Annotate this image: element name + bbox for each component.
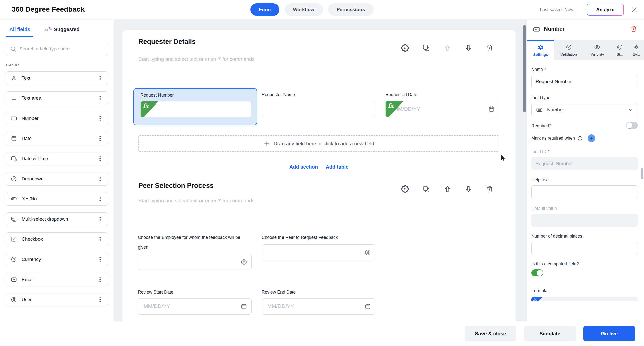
- user-picker-icon[interactable]: [364, 249, 371, 256]
- drag-handle-icon[interactable]: [97, 276, 103, 283]
- drag-handle-icon[interactable]: [97, 256, 103, 263]
- add-condition-button[interactable]: [588, 134, 595, 142]
- field-type-text[interactable]: Text: [6, 71, 108, 85]
- field-type-label: Email: [22, 277, 92, 282]
- field-peer[interactable]: Choose the Peer to Request Feedback: [262, 233, 375, 260]
- name-input[interactable]: [531, 75, 638, 88]
- review-end-input[interactable]: MM/DD/YY: [262, 298, 375, 315]
- search-input[interactable]: [19, 46, 104, 52]
- tab-all-fields[interactable]: All fields: [9, 26, 30, 37]
- tab-styling[interactable]: St...: [611, 40, 629, 60]
- field-request-number-selected[interactable]: Request Number fx: [133, 88, 257, 125]
- field-type-date[interactable]: Date: [6, 132, 108, 145]
- peer-user-input[interactable]: [262, 244, 375, 260]
- field-type-text-area[interactable]: Text area: [6, 91, 108, 105]
- app-header: 360 Degree Feedback Form Workflow Permis…: [0, 0, 644, 19]
- calendar-icon[interactable]: [240, 303, 247, 310]
- field-type-select[interactable]: Number: [531, 103, 638, 116]
- field-type-email[interactable]: Email: [6, 273, 108, 286]
- tab-suggested[interactable]: AI Suggested: [44, 26, 79, 37]
- section-delete-icon[interactable]: [486, 185, 494, 193]
- check-circle-icon: [566, 44, 572, 50]
- decimal-places-input[interactable]: [531, 242, 638, 255]
- canvas-scrollbar[interactable]: [523, 25, 526, 112]
- analyze-button[interactable]: Analyze: [587, 4, 624, 16]
- close-icon[interactable]: [630, 6, 638, 13]
- field-requested-date[interactable]: Requested Date MM/DD/YY fx: [385, 92, 499, 117]
- section2-description-placeholder[interactable]: Start typing and select text or enter '/…: [138, 198, 254, 204]
- drag-handle-icon[interactable]: [97, 236, 103, 243]
- tab-visibility[interactable]: Visibility: [584, 40, 611, 60]
- info-icon[interactable]: [577, 136, 583, 141]
- review-start-input[interactable]: MM/DD/YY: [138, 298, 252, 315]
- computed-field-toggle[interactable]: [531, 269, 543, 276]
- employee-user-input[interactable]: [138, 254, 252, 270]
- section-duplicate-icon[interactable]: [422, 44, 430, 52]
- drag-handle-icon[interactable]: [97, 95, 103, 101]
- help-text-input[interactable]: [531, 185, 638, 199]
- save-close-button[interactable]: Save & close: [465, 326, 516, 341]
- formula-input[interactable]: fx: [531, 297, 638, 301]
- tab-workflow[interactable]: Workflow: [285, 3, 323, 16]
- field-type-checkbox[interactable]: Checkbox: [6, 232, 108, 246]
- field-type-multi-select[interactable]: Multi-select dropdown: [6, 212, 108, 226]
- tab-permissions[interactable]: Permissions: [328, 3, 374, 16]
- text-icon: [11, 75, 17, 81]
- panel-scrollbar[interactable]: [641, 168, 643, 179]
- tab-validation[interactable]: Validation: [554, 40, 584, 60]
- field-type-dropdown[interactable]: Dropdown: [6, 172, 108, 186]
- drag-handle-icon[interactable]: [97, 75, 103, 81]
- chevron-down-icon: [628, 107, 634, 113]
- field-type-sidebar: All fields AI Suggested BASIC Text Text …: [0, 19, 114, 321]
- section-duplicate-icon[interactable]: [422, 185, 430, 193]
- field-review-start-date[interactable]: Review Start Date MM/DD/YY: [138, 290, 252, 315]
- formula-badge: fx: [141, 101, 162, 117]
- tab-settings[interactable]: Settings: [527, 40, 554, 60]
- field-employee[interactable]: Choose the Employee for whom the feedbac…: [138, 233, 252, 270]
- section-move-up-icon[interactable]: [443, 185, 451, 193]
- section-settings-icon[interactable]: [401, 44, 409, 52]
- requester-name-input[interactable]: [262, 101, 375, 117]
- field-search: [6, 42, 108, 56]
- drag-handle-icon[interactable]: [97, 115, 103, 122]
- field-label: Choose the Peer to Request Feedback: [262, 233, 375, 242]
- drag-handle-icon[interactable]: [97, 196, 103, 202]
- drag-handle-icon[interactable]: [97, 135, 103, 142]
- group-label-basic: BASIC: [6, 63, 108, 67]
- field-type-user[interactable]: User: [6, 293, 108, 306]
- calendar-icon[interactable]: [488, 106, 495, 113]
- tab-form[interactable]: Form: [250, 3, 279, 16]
- section-move-down-icon[interactable]: [464, 44, 472, 52]
- field-type-label: Number: [22, 116, 92, 121]
- section-title-requester-details[interactable]: Requester Details: [138, 38, 196, 46]
- section-title-peer-selection[interactable]: Peer Selection Process: [138, 182, 214, 190]
- add-section-link[interactable]: Add section: [289, 164, 318, 170]
- request-number-input[interactable]: fx: [140, 101, 251, 117]
- section-delete-icon[interactable]: [486, 44, 494, 52]
- drag-handle-icon[interactable]: [97, 296, 103, 303]
- requested-date-input[interactable]: MM/DD/YY fx: [385, 101, 499, 117]
- drag-handle-icon[interactable]: [97, 176, 103, 182]
- add-table-link[interactable]: Add table: [326, 164, 348, 170]
- field-type-number[interactable]: Number: [6, 112, 108, 125]
- drag-handle-icon[interactable]: [97, 216, 103, 222]
- required-toggle[interactable]: [626, 122, 638, 129]
- field-type-date-time[interactable]: Date & Time: [6, 152, 108, 165]
- simulate-button[interactable]: Simulate: [524, 326, 576, 341]
- field-review-end-date[interactable]: Review End Date MM/DD/YY: [262, 290, 375, 315]
- calendar-icon[interactable]: [364, 303, 371, 310]
- delete-field-icon[interactable]: [630, 25, 637, 33]
- field-type-currency[interactable]: Currency: [6, 253, 108, 266]
- field-type-yes-no[interactable]: Yes/No: [6, 192, 108, 206]
- field-dropzone[interactable]: Drag any field here or click to add a ne…: [138, 135, 499, 152]
- go-live-button[interactable]: Go live: [583, 326, 635, 341]
- drag-handle-icon[interactable]: [97, 155, 103, 162]
- section-move-down-icon[interactable]: [464, 185, 472, 193]
- tab-events[interactable]: Ev...: [629, 40, 644, 60]
- section-settings-icon[interactable]: [401, 185, 409, 193]
- user-picker-icon[interactable]: [240, 259, 247, 265]
- field-requester-name[interactable]: Requester Name: [262, 92, 375, 117]
- field-label: Requested Date: [385, 92, 499, 97]
- field-type-label: Date & Time: [22, 156, 92, 161]
- section1-description-placeholder[interactable]: Start typing and select text or enter '/…: [138, 56, 254, 62]
